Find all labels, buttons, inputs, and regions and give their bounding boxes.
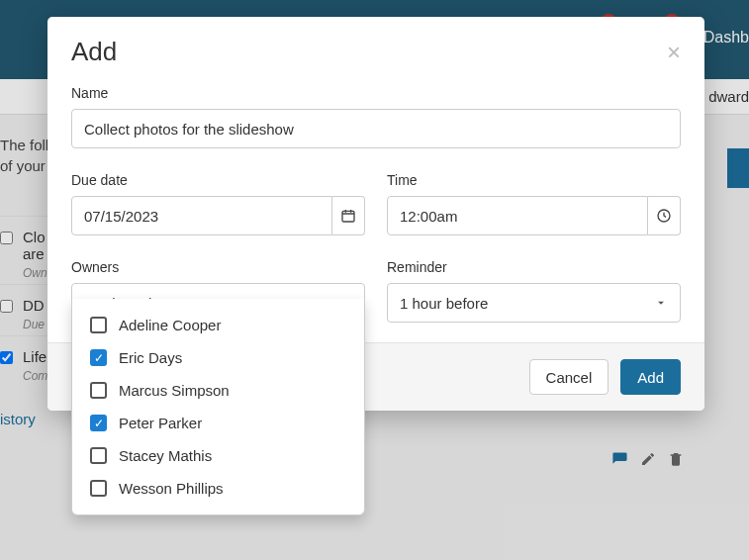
owners-dropdown: Adeline Cooper✓Eric DaysMarcus Simpson✓P… (71, 299, 365, 515)
name-input[interactable] (71, 109, 681, 148)
reminder-label: Reminder (387, 259, 681, 275)
checkbox-icon[interactable] (90, 317, 107, 333)
checkbox-icon[interactable]: ✓ (90, 415, 107, 431)
owners-option[interactable]: ✓Peter Parker (72, 407, 364, 439)
calendar-icon[interactable] (332, 196, 365, 235)
owners-option[interactable]: Stacey Mathis (72, 439, 364, 472)
checkbox-icon[interactable] (90, 382, 107, 399)
owners-option[interactable]: ✓Eric Days (72, 341, 364, 374)
time-label: Time (387, 172, 681, 188)
svg-rect-0 (342, 211, 354, 222)
clock-icon[interactable] (648, 196, 681, 235)
reminder-value: 1 hour before (400, 295, 488, 312)
owners-option[interactable]: Marcus Simpson (72, 374, 364, 407)
duedate-input[interactable] (71, 196, 332, 235)
owners-option-label: Adeline Cooper (119, 317, 221, 333)
owners-option-label: Stacey Mathis (119, 447, 212, 464)
reminder-select[interactable]: 1 hour before (387, 283, 681, 323)
owners-option-label: Eric Days (119, 349, 182, 366)
owners-option[interactable]: Adeline Cooper (72, 309, 364, 341)
checkbox-icon[interactable]: ✓ (90, 349, 107, 366)
add-modal: Add × Name Due date Time (47, 17, 704, 411)
add-button[interactable]: Add (620, 359, 681, 395)
modal-title: Add (71, 37, 117, 67)
name-label: Name (71, 85, 681, 101)
close-icon[interactable]: × (667, 41, 681, 64)
owners-option[interactable]: Wesson Phillips (72, 472, 364, 505)
owners-option-label: Peter Parker (119, 415, 202, 431)
owners-label: Owners (71, 259, 365, 275)
checkbox-icon[interactable] (90, 447, 107, 464)
owners-option-label: Wesson Phillips (119, 480, 224, 497)
checkbox-icon[interactable] (90, 480, 107, 497)
cancel-button[interactable]: Cancel (529, 359, 609, 395)
chevron-down-icon (654, 296, 668, 310)
time-input[interactable] (387, 196, 648, 235)
owners-option-label: Marcus Simpson (119, 382, 230, 399)
duedate-label: Due date (71, 172, 365, 188)
